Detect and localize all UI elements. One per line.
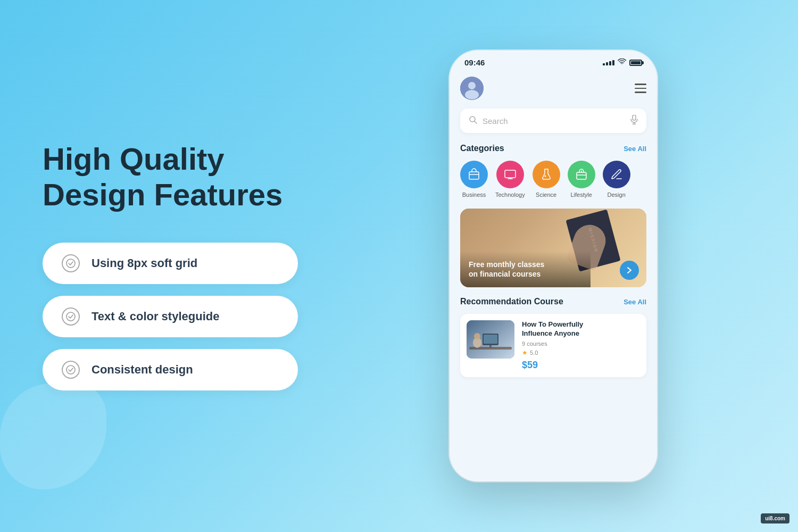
course-count: 9 courses: [522, 340, 640, 347]
search-placeholder: Search: [483, 117, 625, 126]
categories-row: Business Technology: [460, 161, 646, 198]
app-header: [460, 71, 646, 109]
check-icon-color: [62, 307, 80, 326]
svg-point-27: [474, 333, 480, 339]
search-icon: [469, 115, 477, 126]
svg-rect-24: [484, 335, 497, 344]
svg-point-4: [468, 82, 476, 89]
banner-arrow-button[interactable]: [620, 261, 639, 280]
feature-item-design: Consistent design: [43, 349, 298, 390]
recommendation-section-header: Recommendation Course See All: [460, 297, 646, 306]
svg-rect-11: [469, 172, 479, 179]
main-title: High Quality Design Features: [43, 142, 298, 212]
feature-item-grid: Using 8px soft grid: [43, 243, 298, 284]
course-thumb-image: [467, 320, 514, 359]
watermark: ui8.com: [761, 513, 789, 523]
course-price: $59: [522, 360, 640, 371]
categories-see-all[interactable]: See All: [624, 145, 646, 153]
check-icon-design: [62, 361, 80, 379]
course-thumbnail: [467, 320, 514, 359]
category-label-technology: Technology: [495, 192, 525, 198]
svg-point-2: [66, 365, 75, 374]
wifi-icon: [618, 59, 626, 66]
signal-bars-icon: [603, 60, 614, 65]
feature-text-grid: Using 8px soft grid: [92, 256, 197, 270]
promo-banner[interactable]: MISSION Free monthly classes on financia…: [460, 209, 646, 287]
category-item-technology[interactable]: Technology: [495, 161, 525, 198]
category-item-business[interactable]: Business: [460, 161, 488, 198]
signal-bar-1: [603, 63, 605, 65]
mic-icon[interactable]: [630, 115, 638, 127]
categories-section-header: Categories See All: [460, 144, 646, 153]
category-circle-technology: [496, 161, 524, 188]
svg-rect-8: [633, 115, 636, 120]
category-circle-design: [603, 161, 630, 188]
svg-point-17: [544, 176, 546, 177]
svg-rect-25: [489, 345, 492, 347]
signal-bar-3: [609, 61, 611, 65]
app-content: Search Categories See All: [450, 71, 657, 481]
hamburger-line-2: [635, 88, 646, 89]
banner-overlay: Free monthly classes on financial course…: [460, 251, 591, 287]
category-item-science[interactable]: Science: [533, 161, 560, 198]
svg-point-1: [66, 312, 75, 321]
signal-bar-4: [612, 60, 614, 65]
category-circle-lifestyle: [568, 161, 595, 188]
category-label-science: Science: [536, 192, 556, 198]
svg-line-7: [475, 121, 477, 123]
search-bar[interactable]: Search: [460, 109, 646, 133]
category-label-business: Business: [462, 192, 486, 198]
rating-number: 5.0: [530, 350, 538, 356]
hamburger-line-3: [635, 92, 646, 93]
avatar[interactable]: [460, 77, 484, 100]
hamburger-icon[interactable]: [635, 84, 646, 93]
status-time: 09:46: [464, 58, 485, 67]
status-icons: [603, 59, 642, 66]
recommendation-see-all[interactable]: See All: [624, 298, 646, 306]
svg-rect-18: [577, 172, 586, 179]
svg-point-0: [66, 259, 75, 268]
feature-list: Using 8px soft grid Text & color stylegu…: [43, 243, 298, 390]
svg-rect-13: [505, 170, 516, 178]
category-label-design: Design: [608, 192, 626, 198]
star-icon: ★: [522, 349, 528, 356]
status-bar: 09:46: [450, 51, 657, 71]
category-circle-science: [533, 161, 560, 188]
hamburger-line-1: [635, 84, 646, 85]
category-label-lifestyle: Lifestyle: [570, 192, 592, 198]
signal-bar-2: [606, 62, 608, 65]
phone-mockup: 09:46: [450, 51, 657, 481]
battery-icon: [629, 60, 642, 66]
course-card[interactable]: How To Powerfully Influence Anyone 9 cou…: [460, 314, 646, 377]
recommendation-section: Recommendation Course See All: [460, 297, 646, 377]
left-panel: High Quality Design Features Using 8px s…: [0, 99, 330, 433]
svg-point-5: [465, 90, 479, 99]
course-rating: ★ 5.0: [522, 349, 640, 356]
check-icon-grid: [62, 254, 80, 272]
feature-text-design: Consistent design: [92, 363, 193, 377]
feature-item-color: Text & color styleguide: [43, 296, 298, 337]
banner-text: Free monthly classes on financial course…: [469, 260, 582, 279]
recommendation-title: Recommendation Course: [460, 297, 563, 306]
categories-title: Categories: [460, 144, 504, 153]
feature-text-color: Text & color styleguide: [92, 310, 219, 323]
category-item-lifestyle[interactable]: Lifestyle: [568, 161, 595, 198]
category-circle-business: [460, 161, 488, 188]
course-title: How To Powerfully Influence Anyone: [522, 320, 640, 338]
right-panel: 09:46: [330, 51, 798, 481]
category-item-design[interactable]: Design: [603, 161, 630, 198]
course-info: How To Powerfully Influence Anyone 9 cou…: [522, 320, 640, 371]
